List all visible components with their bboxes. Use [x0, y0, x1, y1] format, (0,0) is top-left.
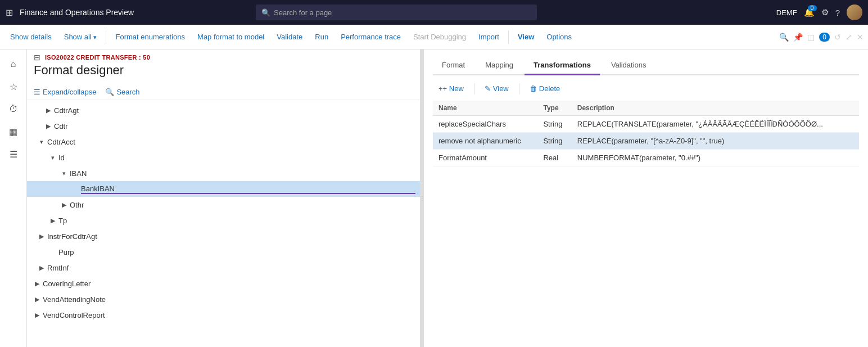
- show-details-button[interactable]: Show details: [4, 30, 57, 43]
- filter-icon[interactable]: ⊟: [34, 53, 40, 62]
- avatar[interactable]: [847, 4, 862, 20]
- col-description: Description: [572, 101, 859, 116]
- sidebar-item-recent[interactable]: ⏱: [3, 99, 24, 119]
- chevron-down-icon: ▾: [36, 138, 47, 146]
- grid-icon[interactable]: ⊞: [6, 7, 13, 18]
- tree-item-selected[interactable]: BankIBAN: [27, 181, 420, 197]
- env-label: DEMF: [776, 8, 797, 17]
- top-nav-bar: ⊞ Finance and Operations Preview 🔍 DEMF …: [0, 0, 868, 25]
- search-toolbar-icon[interactable]: 🔍: [779, 33, 789, 42]
- validate-button[interactable]: Validate: [271, 30, 308, 43]
- cell-type: String: [537, 116, 571, 133]
- question-icon[interactable]: ?: [835, 8, 840, 17]
- new-icon: +: [438, 84, 443, 93]
- table-row[interactable]: replaceSpecialChars String REPLACE(TRANS…: [433, 116, 859, 133]
- run-button[interactable]: Run: [309, 30, 334, 43]
- expand-icon[interactable]: ⤢: [846, 33, 852, 42]
- cell-type: Real: [537, 150, 571, 166]
- search-tree-icon: 🔍: [105, 88, 114, 96]
- map-format-button[interactable]: Map format to model: [192, 30, 270, 43]
- chevron-right-icon: ▶: [36, 264, 47, 272]
- search-input[interactable]: [274, 8, 531, 17]
- chevron-down-icon: ▾: [58, 170, 70, 177]
- expand-collapse-icon: ☰: [34, 88, 40, 96]
- tree-item[interactable]: ▶ Othr: [27, 197, 420, 213]
- chevron-down-icon: ▾: [47, 154, 58, 161]
- notif-count-icon[interactable]: 0: [819, 33, 830, 42]
- tree-item[interactable]: ▶ Tp: [27, 213, 420, 228]
- sidebar-item-workspace[interactable]: ▦: [3, 121, 24, 142]
- bell-icon[interactable]: 🔔 0: [804, 7, 815, 17]
- tab-validations[interactable]: Validations: [602, 56, 655, 75]
- cell-description: REPLACE(TRANSLATE(parameter, "¿ÁÀÂÄÃÅÆÇÈ…: [572, 116, 859, 133]
- search-icon: 🔍: [261, 8, 270, 17]
- sidebar-item-star[interactable]: ☆: [3, 76, 24, 97]
- table-row[interactable]: FormatAmount Real NUMBERFORMAT(parameter…: [433, 150, 859, 166]
- chevron-right-icon: ▶: [36, 233, 47, 240]
- start-debugging-button[interactable]: Start Debugging: [408, 30, 472, 43]
- view-edit-button[interactable]: ✎ View: [479, 82, 514, 95]
- separator-2: [508, 30, 509, 44]
- left-sidebar: ⌂ ☆ ⏱ ▦ ☰: [0, 49, 27, 347]
- edit-icon: ✎: [485, 84, 491, 93]
- tree-item[interactable]: ▶ InstrForCdtrAgt: [27, 228, 420, 244]
- right-panel: Format Mapping Transformations Validatio…: [424, 49, 868, 347]
- options-button[interactable]: Options: [541, 30, 577, 43]
- tree-item[interactable]: ▶ Cdtr: [27, 118, 420, 134]
- col-type: Type: [537, 101, 571, 116]
- format-enumerations-button[interactable]: Format enumerations: [110, 30, 191, 43]
- delete-button[interactable]: 🗑 Delete: [524, 82, 566, 95]
- main-layout: ⌂ ☆ ⏱ ▦ ☰ ⊟ ISO20022 CREDIT TRANSFER : 5…: [0, 49, 868, 347]
- expand-collapse-button[interactable]: ☰ Expand/collapse: [34, 88, 96, 96]
- tree-item[interactable]: ▾ Id: [27, 150, 420, 165]
- btn-sep-1: [474, 83, 474, 94]
- window-controls: 🔍 📌 ◫ 0 ↺ ⤢ ✕: [779, 33, 864, 42]
- tree-item[interactable]: ▾ CdtrAcct: [27, 134, 420, 150]
- view-button[interactable]: View: [512, 30, 540, 43]
- separator-1: [106, 30, 106, 44]
- tab-transformations[interactable]: Transformations: [525, 56, 600, 75]
- refresh-icon[interactable]: ↺: [834, 33, 841, 42]
- tree-item[interactable]: ▶ CdtrAgt: [27, 102, 420, 118]
- search-tree-button[interactable]: 🔍 Search: [105, 88, 139, 96]
- show-all-button[interactable]: Show all ▾: [58, 30, 103, 43]
- chevron-right-icon: ▶: [43, 107, 54, 114]
- table-row-selected[interactable]: remove not alphanumeric String REPLACE(p…: [433, 133, 859, 150]
- chevron-right-icon: ▶: [31, 280, 43, 287]
- new-button[interactable]: + + New: [433, 82, 469, 95]
- tree-item[interactable]: ▶ CoveringLetter: [27, 276, 420, 291]
- tab-format[interactable]: Format: [433, 56, 474, 75]
- cell-name: FormatAmount: [433, 150, 537, 166]
- tree-item[interactable]: ▶ RmtInf: [27, 260, 420, 276]
- delete-icon: 🗑: [530, 84, 537, 93]
- cell-description: NUMBERFORMAT(parameter, "0.##"): [572, 150, 859, 166]
- btn-sep-2: [519, 83, 519, 94]
- content-area: ⊟ ISO20022 CREDIT TRANSFER : 50 Format d…: [27, 49, 868, 347]
- cell-name: remove not alphanumeric: [433, 133, 537, 150]
- tree-item[interactable]: ▶ VendControlReport: [27, 307, 420, 323]
- col-name: Name: [433, 101, 537, 116]
- tabs: Format Mapping Transformations Validatio…: [433, 56, 859, 75]
- chevron-right-icon: ▶: [43, 123, 54, 130]
- tree-header: ☰ Expand/collapse 🔍 Search: [27, 82, 420, 100]
- table-header-row: Name Type Description: [433, 101, 859, 116]
- sidebar-item-list[interactable]: ☰: [3, 144, 24, 164]
- pin-icon[interactable]: 📌: [793, 33, 803, 42]
- performance-trace-button[interactable]: Performance trace: [335, 30, 406, 43]
- close-icon[interactable]: ✕: [857, 33, 864, 42]
- tree-item[interactable]: ▶ VendAttendingNote: [27, 291, 420, 307]
- cell-type: String: [537, 133, 571, 150]
- breadcrumb: ISO20022 CREDIT TRANSFER : 50: [45, 54, 150, 61]
- tree-item[interactable]: Purp: [27, 244, 420, 260]
- top-nav-right: DEMF 🔔 0 ⚙ ?: [776, 4, 862, 20]
- sidebar-toggle-icon[interactable]: ◫: [807, 33, 815, 42]
- import-button[interactable]: Import: [473, 30, 505, 43]
- toolbar: Show details Show all ▾ Format enumerati…: [0, 25, 868, 49]
- tree-item[interactable]: ▾ IBAN: [27, 165, 420, 181]
- sidebar-item-home[interactable]: ⌂: [3, 54, 24, 74]
- tab-mapping[interactable]: Mapping: [476, 56, 522, 75]
- gear-icon[interactable]: ⚙: [821, 7, 829, 17]
- app-title: Finance and Operations Preview: [20, 8, 134, 17]
- cell-name: replaceSpecialChars: [433, 116, 537, 133]
- page-title: Format designer: [34, 63, 124, 77]
